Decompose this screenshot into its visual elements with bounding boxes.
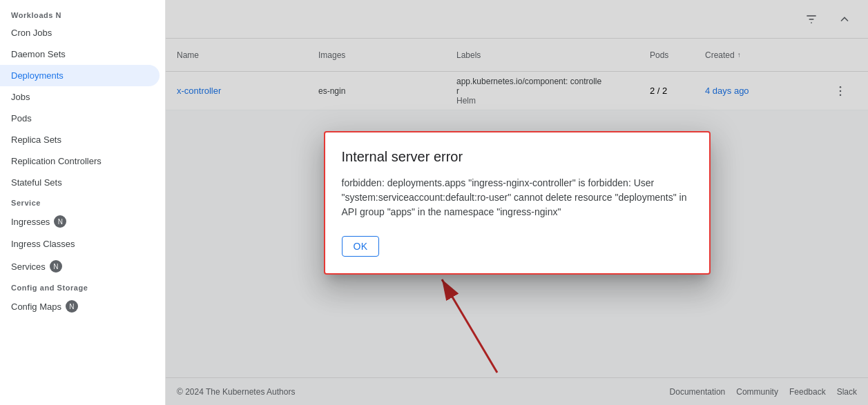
sidebar: Workloads N Cron Jobs Daemon Sets Deploy… [0,0,166,405]
dialog-actions: OK [342,236,693,257]
modal-overlay: Internal server error forbidden: deploym… [166,0,868,405]
sidebar-item-pods[interactable]: Pods [0,108,160,129]
sidebar-item-deployments[interactable]: Deployments [0,65,160,86]
sidebar-item-config-maps[interactable]: Config Maps N [0,295,160,318]
sidebar-item-replication-controllers[interactable]: Replication Controllers [0,150,160,172]
sidebar-item-replica-sets[interactable]: Replica Sets [0,129,160,150]
sidebar-item-ingress-classes[interactable]: Ingress Classes [0,233,160,255]
sidebar-item-ingresses[interactable]: Ingresses N [0,210,160,233]
sidebar-section-workloads: Workloads N [0,6,165,22]
sidebar-item-cron-jobs[interactable]: Cron Jobs [0,22,160,43]
ok-button[interactable]: OK [342,236,380,257]
dialog-title: Internal server error [342,149,693,165]
sidebar-item-services[interactable]: Services N [0,255,160,278]
sidebar-item-daemon-sets[interactable]: Daemon Sets [0,43,160,65]
sidebar-section-service: Service [0,193,165,210]
sidebar-section-config-storage: Config and Storage [0,278,165,295]
error-dialog: Internal server error forbidden: deploym… [324,131,711,275]
sidebar-item-stateful-sets[interactable]: Stateful Sets [0,172,160,193]
dialog-message: forbidden: deployments.apps "ingress-ngi… [342,176,693,219]
main-content: Name Images Labels Pods Created ↑ x-cont… [166,0,868,405]
sidebar-item-jobs[interactable]: Jobs [0,86,160,108]
